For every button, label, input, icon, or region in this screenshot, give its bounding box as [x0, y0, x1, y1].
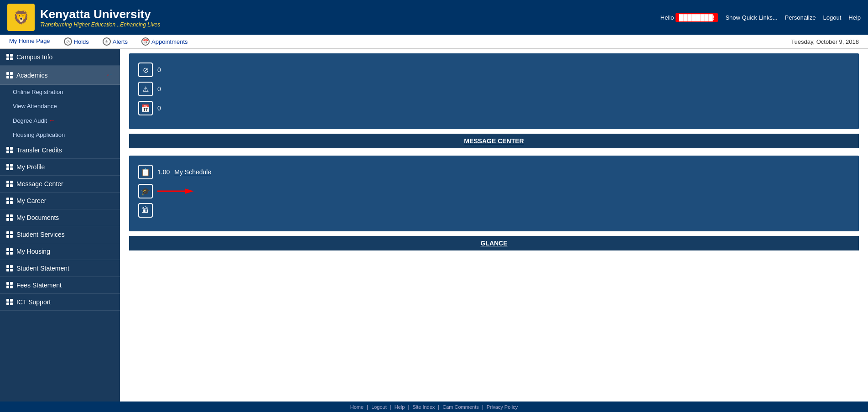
- sidebar-item-transfer-credits[interactable]: Transfer Credits: [0, 142, 120, 159]
- appointments-count: 0: [157, 104, 161, 112]
- header-actions: Hello ████████! Show Quick Links... Pers…: [660, 14, 861, 21]
- sidebar-label-ict-support: ICT Support: [16, 298, 51, 306]
- sidebar-label-transfer-credits: Transfer Credits: [16, 146, 62, 154]
- show-quick-links[interactable]: Show Quick Links...: [725, 14, 777, 21]
- degree-audit-arrow-annotation: ←: [49, 117, 55, 124]
- sidebar-item-student-services[interactable]: Student Services: [0, 226, 120, 243]
- holds-link[interactable]: ⊘ Holds: [64, 37, 89, 46]
- main-content: ⊘ 0 ⚠ 0 📅 0 MESSAGE CENTER 📋 1.00 My Sch…: [120, 49, 868, 402]
- sidebar-label-my-career: My Career: [16, 197, 46, 204]
- sidebar-label-my-profile: My Profile: [16, 163, 45, 171]
- grid-icon: [6, 265, 13, 271]
- glance-footer-link[interactable]: GLANCE: [480, 240, 507, 247]
- page-footer: Home | Logout | Help | Site Index | Cam …: [0, 402, 868, 412]
- grid-icon: [6, 147, 13, 153]
- grid-icon: [6, 72, 13, 78]
- university-name: Kenyatta University: [40, 7, 160, 21]
- grid-icon: [6, 282, 13, 288]
- alerts-row: ⚠ 0: [138, 82, 850, 96]
- glance-icon-3: 🏛: [138, 203, 153, 218]
- sidebar-item-campus-info[interactable]: Campus Info: [0, 49, 120, 66]
- sidebar-sub-view-attendance[interactable]: View Attendance: [0, 99, 120, 113]
- grid-icon: [6, 214, 13, 221]
- sidebar-item-academics[interactable]: Academics ←: [0, 66, 120, 85]
- appointments-block-icon: 📅: [138, 101, 153, 115]
- message-center-block: ⊘ 0 ⚠ 0 📅 0: [129, 53, 859, 129]
- sidebar-label-academics: Academics: [16, 72, 47, 79]
- sidebar-item-student-statement[interactable]: Student Statement: [0, 260, 120, 277]
- sidebar-label-campus-info: Campus Info: [16, 53, 52, 61]
- sidebar-item-my-profile[interactable]: My Profile: [0, 159, 120, 176]
- svg-marker-3: [185, 188, 194, 194]
- holds-icon: ⊘: [64, 37, 72, 46]
- appointments-icon: 📅: [141, 37, 150, 46]
- header-brand: 🦁 Kenyatta University Transforming Highe…: [7, 4, 160, 31]
- holds-block-icon: ⊘: [138, 63, 153, 77]
- grid-icon: [6, 248, 13, 255]
- alerts-icon: ⚠: [103, 37, 111, 46]
- glance-row-3: 🏛: [138, 203, 850, 218]
- sidebar: Campus Info Academics ← Online Registrat…: [0, 49, 120, 402]
- appointments-link[interactable]: 📅 Appointments: [141, 37, 188, 46]
- hello-greeting: Hello ████████!: [660, 14, 718, 21]
- holds-count: 0: [157, 66, 161, 73]
- navbar-links: My Home Page ⊘ Holds ⚠ Alerts 📅 Appointm…: [9, 37, 188, 46]
- sidebar-label-fees-statement: Fees Statement: [16, 282, 62, 289]
- schedule-icon: 📋: [138, 165, 153, 179]
- grid-icon: [6, 198, 13, 204]
- sidebar-item-my-career[interactable]: My Career: [0, 193, 120, 209]
- footer-help[interactable]: Help: [395, 404, 405, 410]
- alerts-count: 0: [157, 85, 161, 93]
- grid-icon: [6, 164, 13, 170]
- appointments-row: 📅 0: [138, 101, 850, 115]
- grid-icon: [6, 181, 13, 187]
- glance-row-2: 🎓: [138, 184, 850, 198]
- footer-home[interactable]: Home: [350, 404, 364, 410]
- footer-logout[interactable]: Logout: [371, 404, 387, 410]
- glance-arrow-annotation: [157, 186, 194, 197]
- help-link[interactable]: Help: [848, 14, 861, 21]
- page-header: 🦁 Kenyatta University Transforming Highe…: [0, 0, 868, 35]
- sidebar-label-my-housing: My Housing: [16, 248, 50, 255]
- sidebar-sub-online-registration[interactable]: Online Registration: [0, 85, 120, 99]
- message-center-footer-link[interactable]: MESSAGE CENTER: [464, 137, 524, 145]
- grid-icon: [6, 231, 13, 238]
- alerts-block-icon: ⚠: [138, 82, 153, 96]
- grid-icon: [6, 54, 13, 60]
- personalize-link[interactable]: Personalize: [785, 14, 816, 21]
- grid-icon: [6, 299, 13, 305]
- holds-row: ⊘ 0: [138, 63, 850, 77]
- glance-footer: GLANCE: [129, 236, 859, 250]
- academics-arrow-annotation: ←: [105, 70, 114, 80]
- top-navbar: My Home Page ⊘ Holds ⚠ Alerts 📅 Appointm…: [0, 35, 868, 49]
- university-subtitle: Transforming Higher Education...Enhancin…: [40, 21, 160, 28]
- footer-cam-comments[interactable]: Cam Comments: [442, 404, 478, 410]
- sidebar-label-student-statement: Student Statement: [16, 265, 69, 272]
- sidebar-item-my-housing[interactable]: My Housing: [0, 243, 120, 260]
- header-title-block: Kenyatta University Transforming Higher …: [40, 7, 160, 28]
- page-layout: Campus Info Academics ← Online Registrat…: [0, 49, 868, 402]
- hello-user: ████████!: [676, 13, 718, 22]
- schedule-count: 1.00: [157, 168, 170, 176]
- sidebar-item-my-documents[interactable]: My Documents: [0, 209, 120, 226]
- home-page-link[interactable]: My Home Page: [9, 37, 50, 46]
- sidebar-sub-housing-application[interactable]: Housing Application: [0, 128, 120, 142]
- my-schedule-link[interactable]: My Schedule: [174, 168, 211, 176]
- glance-block: 📋 1.00 My Schedule 🎓 🏛: [129, 156, 859, 231]
- sidebar-sub-degree-audit[interactable]: Degree Audit ←: [0, 113, 120, 128]
- schedule-row: 📋 1.00 My Schedule: [138, 165, 850, 179]
- alerts-link[interactable]: ⚠ Alerts: [103, 37, 128, 46]
- message-center-footer: MESSAGE CENTER: [129, 134, 859, 148]
- sidebar-label-message-center: Message Center: [16, 180, 63, 188]
- current-date: Tuesday, October 9, 2018: [791, 38, 859, 45]
- footer-privacy-policy[interactable]: Privacy Policy: [487, 404, 518, 410]
- university-logo: 🦁: [7, 4, 35, 31]
- sidebar-item-message-center[interactable]: Message Center: [0, 176, 120, 193]
- glance-icon-2: 🎓: [138, 184, 153, 198]
- sidebar-item-fees-statement[interactable]: Fees Statement: [0, 277, 120, 294]
- sidebar-item-ict-support[interactable]: ICT Support: [0, 294, 120, 311]
- logout-link[interactable]: Logout: [823, 14, 841, 21]
- sidebar-label-student-services: Student Services: [16, 231, 65, 238]
- sidebar-label-my-documents: My Documents: [16, 214, 59, 221]
- footer-site-index[interactable]: Site Index: [412, 404, 435, 410]
